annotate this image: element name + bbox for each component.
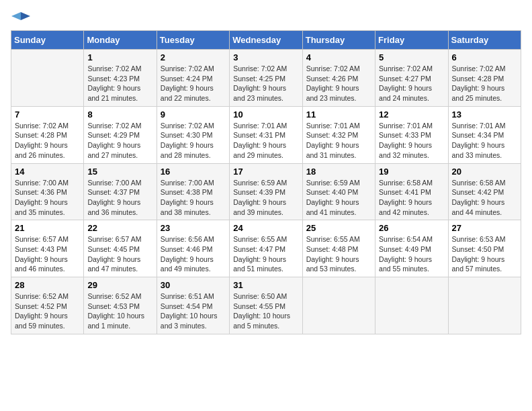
- day-cell: [302, 277, 375, 334]
- day-number: 7: [15, 109, 80, 120]
- day-cell: 1Sunrise: 7:02 AM Sunset: 4:23 PM Daylig…: [84, 50, 157, 107]
- day-info: Sunrise: 7:02 AM Sunset: 4:29 PM Dayligh…: [87, 121, 152, 161]
- day-number: 21: [15, 223, 80, 233]
- day-number: 11: [306, 109, 371, 120]
- day-info: Sunrise: 7:01 AM Sunset: 4:31 PM Dayligh…: [233, 121, 298, 161]
- day-number: 23: [161, 223, 226, 233]
- week-row-2: 7Sunrise: 7:02 AM Sunset: 4:28 PM Daylig…: [11, 106, 521, 163]
- calendar-header: Sunday Monday Tuesday Wednesday Thursday…: [11, 31, 521, 50]
- day-number: 8: [87, 109, 152, 120]
- day-info: Sunrise: 7:02 AM Sunset: 4:27 PM Dayligh…: [379, 64, 444, 103]
- day-cell: 24Sunrise: 6:55 AM Sunset: 4:47 PM Dayli…: [230, 220, 302, 277]
- day-cell: 15Sunrise: 7:00 AM Sunset: 4:37 PM Dayli…: [84, 163, 157, 220]
- day-cell: 21Sunrise: 6:57 AM Sunset: 4:43 PM Dayli…: [11, 220, 84, 277]
- day-number: 31: [233, 280, 298, 290]
- header: [11, 11, 521, 25]
- day-info: Sunrise: 6:59 AM Sunset: 4:40 PM Dayligh…: [306, 178, 371, 218]
- day-number: 14: [15, 167, 80, 177]
- day-cell: 10Sunrise: 7:01 AM Sunset: 4:31 PM Dayli…: [230, 106, 302, 163]
- calendar-table: Sunday Monday Tuesday Wednesday Thursday…: [11, 30, 521, 334]
- day-info: Sunrise: 6:55 AM Sunset: 4:48 PM Dayligh…: [306, 234, 371, 274]
- header-row: Sunday Monday Tuesday Wednesday Thursday…: [11, 31, 521, 50]
- day-cell: [375, 277, 448, 334]
- day-number: 16: [161, 167, 226, 177]
- day-number: 6: [452, 52, 517, 62]
- day-info: Sunrise: 6:58 AM Sunset: 4:42 PM Dayligh…: [452, 178, 517, 218]
- header-sunday: Sunday: [11, 31, 84, 50]
- day-cell: 18Sunrise: 6:59 AM Sunset: 4:40 PM Dayli…: [302, 163, 375, 220]
- day-cell: 8Sunrise: 7:02 AM Sunset: 4:29 PM Daylig…: [84, 106, 157, 163]
- day-number: 1: [87, 52, 152, 62]
- day-info: Sunrise: 6:55 AM Sunset: 4:47 PM Dayligh…: [233, 234, 298, 274]
- day-info: Sunrise: 7:02 AM Sunset: 4:24 PM Dayligh…: [161, 64, 226, 103]
- header-monday: Monday: [84, 31, 157, 50]
- day-info: Sunrise: 6:56 AM Sunset: 4:46 PM Dayligh…: [161, 234, 226, 274]
- day-cell: 29Sunrise: 6:52 AM Sunset: 4:53 PM Dayli…: [84, 277, 157, 334]
- day-number: 25: [306, 223, 371, 233]
- calendar-body: 1Sunrise: 7:02 AM Sunset: 4:23 PM Daylig…: [11, 50, 521, 334]
- day-cell: 23Sunrise: 6:56 AM Sunset: 4:46 PM Dayli…: [157, 220, 229, 277]
- day-number: 26: [379, 223, 444, 233]
- day-cell: [448, 277, 521, 334]
- day-cell: 7Sunrise: 7:02 AM Sunset: 4:28 PM Daylig…: [11, 106, 84, 163]
- day-number: 13: [452, 109, 517, 120]
- day-number: 5: [379, 52, 444, 62]
- header-friday: Friday: [375, 31, 448, 50]
- week-row-3: 14Sunrise: 7:00 AM Sunset: 4:36 PM Dayli…: [11, 163, 521, 220]
- day-cell: 27Sunrise: 6:53 AM Sunset: 4:50 PM Dayli…: [448, 220, 521, 277]
- day-number: 10: [233, 109, 298, 120]
- day-cell: 3Sunrise: 7:02 AM Sunset: 4:25 PM Daylig…: [230, 50, 302, 107]
- day-cell: 5Sunrise: 7:02 AM Sunset: 4:27 PM Daylig…: [375, 50, 448, 107]
- day-cell: [11, 50, 84, 107]
- svg-marker-1: [11, 12, 21, 20]
- day-number: 28: [15, 280, 80, 290]
- day-number: 15: [87, 167, 152, 177]
- day-cell: 13Sunrise: 7:01 AM Sunset: 4:34 PM Dayli…: [448, 106, 521, 163]
- day-info: Sunrise: 7:01 AM Sunset: 4:34 PM Dayligh…: [452, 121, 517, 161]
- day-number: 20: [452, 167, 517, 177]
- day-info: Sunrise: 7:02 AM Sunset: 4:23 PM Dayligh…: [87, 64, 152, 103]
- day-cell: 25Sunrise: 6:55 AM Sunset: 4:48 PM Dayli…: [302, 220, 375, 277]
- day-info: Sunrise: 6:57 AM Sunset: 4:45 PM Dayligh…: [87, 234, 152, 274]
- day-cell: 26Sunrise: 6:54 AM Sunset: 4:49 PM Dayli…: [375, 220, 448, 277]
- header-tuesday: Tuesday: [157, 31, 229, 50]
- day-info: Sunrise: 7:00 AM Sunset: 4:36 PM Dayligh…: [15, 178, 80, 218]
- day-number: 12: [379, 109, 444, 120]
- header-wednesday: Wednesday: [230, 31, 302, 50]
- day-cell: 11Sunrise: 7:01 AM Sunset: 4:32 PM Dayli…: [302, 106, 375, 163]
- day-info: Sunrise: 7:02 AM Sunset: 4:28 PM Dayligh…: [15, 121, 80, 161]
- day-info: Sunrise: 6:53 AM Sunset: 4:50 PM Dayligh…: [452, 234, 517, 274]
- logo-bird-icon: [11, 11, 30, 29]
- day-info: Sunrise: 7:02 AM Sunset: 4:30 PM Dayligh…: [161, 121, 226, 161]
- day-cell: 16Sunrise: 7:00 AM Sunset: 4:38 PM Dayli…: [157, 163, 229, 220]
- week-row-1: 1Sunrise: 7:02 AM Sunset: 4:23 PM Daylig…: [11, 50, 521, 107]
- day-number: 17: [233, 167, 298, 177]
- day-cell: 12Sunrise: 7:01 AM Sunset: 4:33 PM Dayli…: [375, 106, 448, 163]
- day-info: Sunrise: 6:50 AM Sunset: 4:55 PM Dayligh…: [233, 291, 298, 331]
- day-info: Sunrise: 7:02 AM Sunset: 4:28 PM Dayligh…: [452, 64, 517, 103]
- day-cell: 6Sunrise: 7:02 AM Sunset: 4:28 PM Daylig…: [448, 50, 521, 107]
- day-info: Sunrise: 7:02 AM Sunset: 4:26 PM Dayligh…: [306, 64, 371, 103]
- week-row-5: 28Sunrise: 6:52 AM Sunset: 4:52 PM Dayli…: [11, 277, 521, 334]
- day-cell: 17Sunrise: 6:59 AM Sunset: 4:39 PM Dayli…: [230, 163, 302, 220]
- day-info: Sunrise: 7:00 AM Sunset: 4:37 PM Dayligh…: [87, 178, 152, 218]
- day-info: Sunrise: 6:58 AM Sunset: 4:41 PM Dayligh…: [379, 178, 444, 218]
- day-cell: 28Sunrise: 6:52 AM Sunset: 4:52 PM Dayli…: [11, 277, 84, 334]
- day-number: 30: [161, 280, 226, 290]
- svg-marker-0: [21, 12, 30, 20]
- day-number: 22: [87, 223, 152, 233]
- day-info: Sunrise: 6:59 AM Sunset: 4:39 PM Dayligh…: [233, 178, 298, 218]
- day-number: 9: [161, 109, 226, 120]
- day-cell: 4Sunrise: 7:02 AM Sunset: 4:26 PM Daylig…: [302, 50, 375, 107]
- day-info: Sunrise: 6:51 AM Sunset: 4:54 PM Dayligh…: [161, 291, 226, 331]
- header-saturday: Saturday: [448, 31, 521, 50]
- day-number: 27: [452, 223, 517, 233]
- day-info: Sunrise: 6:54 AM Sunset: 4:49 PM Dayligh…: [379, 234, 444, 274]
- day-cell: 31Sunrise: 6:50 AM Sunset: 4:55 PM Dayli…: [230, 277, 302, 334]
- day-info: Sunrise: 6:52 AM Sunset: 4:53 PM Dayligh…: [87, 291, 152, 331]
- week-row-4: 21Sunrise: 6:57 AM Sunset: 4:43 PM Dayli…: [11, 220, 521, 277]
- day-cell: 2Sunrise: 7:02 AM Sunset: 4:24 PM Daylig…: [157, 50, 229, 107]
- day-number: 19: [379, 167, 444, 177]
- logo: [11, 11, 31, 25]
- day-info: Sunrise: 6:52 AM Sunset: 4:52 PM Dayligh…: [15, 291, 80, 331]
